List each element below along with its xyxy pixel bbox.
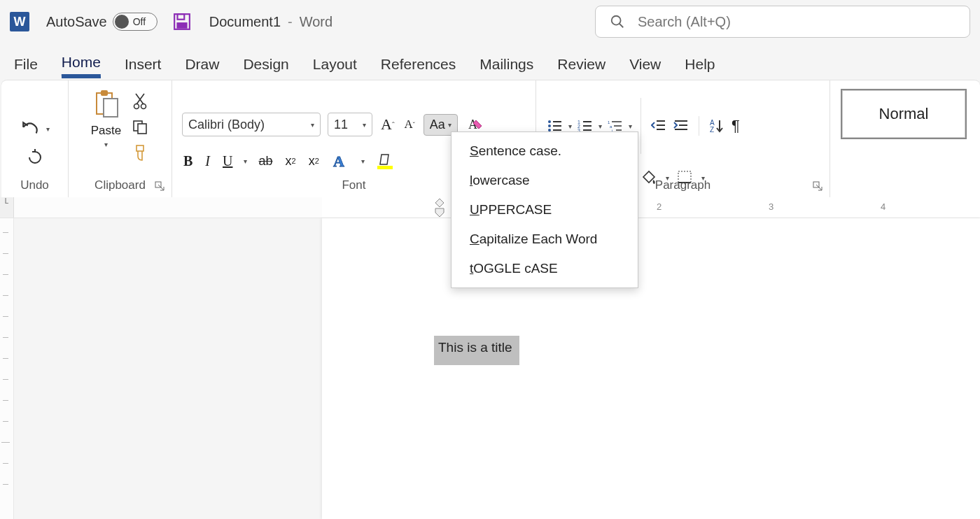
tab-layout[interactable]: Layout [313, 56, 357, 78]
svg-text:Z: Z [710, 126, 714, 134]
ruler-corner: L [0, 197, 14, 218]
svg-rect-2 [176, 22, 187, 29]
menu-capitalize-each-word[interactable]: Capitalize Each Word [451, 225, 638, 254]
bold-button[interactable]: B [182, 152, 194, 171]
vertical-ruler[interactable] [0, 218, 14, 519]
font-size-select[interactable]: 11 ▾ [328, 113, 372, 136]
text-effects-dropdown[interactable]: ▾ [361, 157, 365, 165]
search-box[interactable]: Search (Alt+Q) [595, 6, 970, 38]
group-undo-label: Undo [1, 178, 68, 192]
group-clipboard: Paste ▾ Clipboard [69, 80, 172, 198]
decrease-indent-button[interactable] [650, 118, 668, 134]
outdent-icon [651, 119, 666, 133]
grow-font-button[interactable]: Aˆ [379, 114, 396, 135]
increase-indent-button[interactable] [672, 118, 690, 134]
sort-icon: AZ [709, 118, 724, 134]
tab-help[interactable]: Help [685, 56, 715, 78]
tab-draw[interactable]: Draw [185, 56, 219, 78]
tab-design[interactable]: Design [243, 56, 288, 78]
strikethrough-button[interactable]: ab [257, 152, 274, 170]
font-name-select[interactable]: Calibri (Body) ▾ [182, 113, 321, 136]
font-size-value: 11 [334, 118, 348, 132]
text-effects-icon: A [332, 152, 350, 170]
format-painter-button[interactable] [131, 143, 149, 163]
change-case-text: Aa [430, 118, 445, 132]
ruler-mark-4: 4 [881, 201, 886, 212]
save-icon[interactable] [173, 13, 191, 31]
menu-sentence-case[interactable]: Sentence case. [451, 136, 638, 166]
brush-icon [132, 145, 148, 162]
svg-point-20 [548, 120, 551, 123]
undo-dropdown[interactable]: ▾ [46, 125, 50, 133]
undo-button[interactable] [20, 120, 41, 138]
subscript-button[interactable]: x2 [284, 152, 298, 170]
change-case-menu: Sentence case. lowercase UPPERCASE Capit… [451, 131, 638, 288]
bullets-dropdown[interactable]: ▾ [568, 122, 572, 130]
style-normal[interactable]: Normal [841, 89, 967, 139]
tab-insert[interactable]: Insert [125, 56, 162, 78]
numbering-dropdown[interactable]: ▾ [598, 122, 602, 130]
clipboard-dialog-launcher[interactable] [155, 181, 164, 191]
svg-marker-60 [435, 208, 444, 217]
svg-point-3 [612, 16, 621, 25]
tab-mailings[interactable]: Mailings [479, 56, 533, 78]
svg-marker-59 [435, 199, 444, 207]
ribbon-tabs: File Home Insert Draw Design Layout Refe… [0, 43, 980, 78]
superscript-button[interactable]: x2 [307, 152, 321, 170]
paste-dropdown-icon: ▾ [104, 141, 108, 148]
multilevel-dropdown[interactable]: ▾ [629, 122, 632, 130]
app-name: Word [300, 14, 332, 30]
shrink-font-button[interactable]: Aˇ [403, 116, 416, 133]
title-separator: - [288, 14, 293, 30]
tab-review[interactable]: Review [557, 56, 606, 78]
text-effects-button[interactable]: A [330, 150, 351, 171]
selected-text[interactable]: This is a title [434, 336, 519, 365]
repeat-button[interactable] [25, 148, 45, 167]
eraser-a-icon: A [466, 116, 483, 133]
search-icon [610, 14, 625, 29]
app-icon: W [10, 12, 29, 31]
tab-view[interactable]: View [629, 56, 661, 78]
numbering-icon: 123 [578, 119, 593, 133]
tab-file[interactable]: File [14, 56, 38, 78]
highlight-icon [376, 152, 394, 170]
svg-rect-13 [138, 124, 146, 134]
ruler-mark-3: 3 [769, 201, 774, 212]
menu-toggle-case[interactable]: tOGGLE cASE [451, 254, 638, 283]
group-styles: Normal [830, 80, 973, 198]
font-name-value: Calibri (Body) [188, 118, 265, 132]
svg-point-22 [548, 125, 551, 127]
autosave-state: Off [133, 16, 146, 27]
chevron-down-icon: ▾ [363, 121, 366, 129]
paste-icon [91, 89, 120, 121]
copy-icon [132, 120, 148, 135]
underline-dropdown[interactable]: ▾ [244, 157, 247, 165]
document-page[interactable]: This is a title [322, 218, 980, 519]
cut-button[interactable] [132, 92, 148, 111]
style-normal-label: Normal [879, 105, 929, 123]
underline-button[interactable]: U [221, 152, 234, 171]
tab-references[interactable]: References [381, 56, 456, 78]
svg-rect-19 [377, 166, 393, 169]
paste-button[interactable]: Paste ▾ [91, 89, 121, 148]
indent-marker-icon[interactable] [433, 199, 447, 217]
svg-rect-14 [136, 145, 144, 151]
paragraph-dialog-launcher[interactable] [813, 181, 822, 191]
sort-button[interactable]: AZ [708, 117, 726, 135]
svg-point-9 [141, 104, 146, 109]
chevron-down-icon: ▾ [311, 121, 314, 129]
menu-uppercase[interactable]: UPPERCASE [451, 195, 638, 225]
svg-line-11 [136, 94, 144, 104]
autosave-toggle[interactable]: Off [113, 13, 158, 31]
menu-lowercase[interactable]: lowercase [451, 166, 638, 195]
svg-rect-1 [177, 14, 184, 20]
svg-rect-6 [101, 90, 108, 96]
copy-button[interactable] [131, 118, 149, 136]
ruler-mark-2: 2 [657, 201, 662, 212]
tab-home[interactable]: Home [62, 54, 101, 78]
show-marks-button[interactable]: ¶ [730, 115, 741, 136]
document-name[interactable]: Document1 [209, 14, 281, 30]
multilevel-icon: 1ai [608, 119, 623, 133]
highlight-button[interactable] [374, 150, 396, 171]
italic-button[interactable]: I [204, 152, 211, 171]
